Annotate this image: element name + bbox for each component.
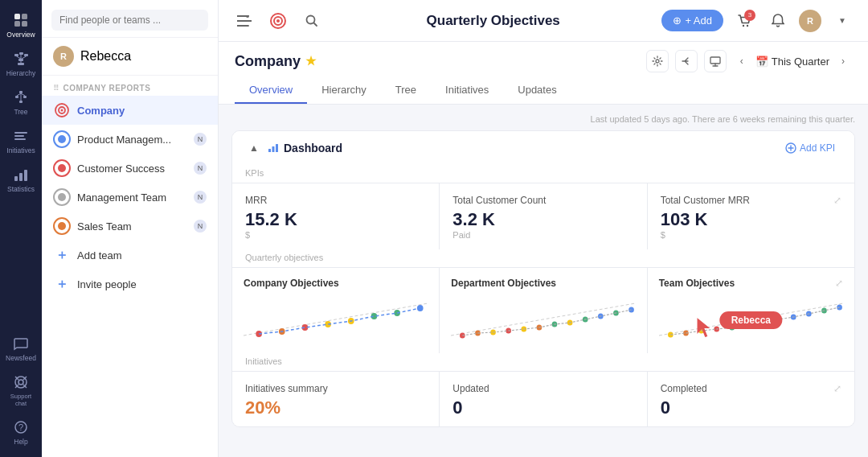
svg-rect-9 (18, 59, 23, 61)
sales-team-badge: N (194, 220, 207, 233)
sidebar-item-product-mgmt[interactable]: Product Managem... N (42, 125, 218, 154)
kpi-customer-count-value: 3.2 K (452, 211, 633, 228)
search-input[interactable] (51, 10, 208, 31)
next-quarter-btn[interactable]: › (834, 52, 852, 70)
share-icon-btn[interactable] (675, 50, 698, 72)
cart-badge: 3 (744, 10, 755, 21)
target-logo[interactable] (265, 8, 291, 34)
add-kpi-button[interactable]: Add KPI (779, 140, 841, 156)
prev-quarter-btn[interactable]: ‹ (733, 52, 751, 70)
invite-people-label: Invite people (77, 278, 137, 290)
tab-hierarchy[interactable]: Hierarchy (307, 77, 381, 104)
product-mgmt-icon (53, 130, 71, 148)
add-team-label: Add team (77, 249, 122, 261)
customer-success-badge: N (194, 162, 207, 175)
company-objectives-title: Company Objectives (244, 278, 428, 289)
collapse-button[interactable]: ▲ (245, 139, 263, 157)
completed-cell[interactable]: Completed ⤢ 0 (648, 372, 854, 426)
add-kpi-label: Add KPI (800, 142, 835, 154)
sidebar-item-support[interactable]: Support chat (2, 368, 39, 412)
sidebar-item-initiatives[interactable]: Initiatives (2, 122, 39, 159)
completed-title: Completed (661, 383, 707, 394)
sidebar-item-hierarchy[interactable]: Hierarchy (2, 45, 39, 82)
customer-success-icon (53, 159, 71, 177)
svg-rect-2 (14, 21, 20, 27)
completed-value: 0 (661, 399, 841, 417)
sales-team-icon (53, 217, 71, 235)
kpi-customer-mrr[interactable]: Total Customer MRR ⤢ 103 K $ (648, 183, 854, 249)
svg-rect-21 (14, 135, 24, 137)
settings-icon-btn[interactable] (646, 50, 669, 72)
tab-initiatives[interactable]: Initiatives (431, 77, 503, 104)
kpi-mrr[interactable]: MRR 15.2 K $ (232, 183, 439, 249)
sidebar-item-customer-success[interactable]: Customer Success N (42, 154, 218, 183)
svg-rect-24 (19, 173, 23, 181)
svg-rect-54 (276, 144, 278, 152)
sidebar-item-overview[interactable]: Overview (2, 6, 39, 43)
tab-overview[interactable]: Overview (235, 77, 307, 104)
kpi-grid: MRR 15.2 K $ Total Customer Count 3.2 K … (232, 183, 854, 249)
sidebar-product-mgmt-label: Product Managem... (77, 134, 171, 146)
sidebar-item-help[interactable]: ? Help (2, 414, 39, 451)
initiatives-summary-cell[interactable]: Initiatives summary 20% (232, 372, 439, 426)
user-avatar[interactable]: R (799, 10, 821, 32)
notification-icon-btn[interactable] (765, 8, 791, 34)
sidebar-item-newsfeed[interactable]: Newsfeed (2, 330, 39, 367)
tab-updates[interactable]: Updates (503, 77, 571, 104)
svg-rect-49 (710, 57, 720, 64)
initiatives-grid: Initiatives summary 20% Updated 0 Comple… (232, 371, 854, 426)
team-obj-expand-icon[interactable]: ⤢ (835, 278, 843, 289)
sidebar: R Rebecca ⠿ COMPANY REPORTS Company Prod… (42, 0, 219, 457)
sidebar-user[interactable]: R Rebecca (42, 38, 218, 76)
kpi-expand-icon[interactable]: ⤢ (833, 195, 841, 206)
kpi-mrr-sub: $ (245, 230, 426, 240)
dashboard-title: Dashboard (268, 142, 342, 154)
sidebar-item-sales-team[interactable]: Sales Team N (42, 212, 218, 241)
help-icon: ? (12, 418, 30, 436)
rebecca-tooltip: Rebecca (720, 311, 782, 329)
company-objectives-cell[interactable]: Company Objectives (232, 268, 439, 353)
kpi-customer-mrr-sub: $ (661, 230, 841, 240)
updated-cell[interactable]: Updated 0 (440, 372, 646, 426)
sidebar-company-label: Company (77, 105, 125, 117)
svg-rect-4 (14, 54, 18, 56)
present-icon-btn[interactable] (704, 50, 727, 72)
sidebar-item-statistics[interactable]: Statistics (2, 161, 39, 198)
svg-point-48 (656, 60, 659, 63)
svg-rect-53 (272, 146, 275, 152)
kpi-customer-count[interactable]: Total Customer Count 3.2 K Paid (440, 183, 646, 249)
calendar-icon: 📅 (755, 56, 768, 68)
add-kpi-icon (785, 142, 796, 154)
tab-tree[interactable]: Tree (381, 77, 431, 104)
invite-people-button[interactable]: ＋ Invite people (42, 270, 218, 298)
cart-icon-btn[interactable]: 3 (731, 8, 757, 34)
completed-expand-icon[interactable]: ⤢ (833, 383, 841, 394)
svg-line-18 (21, 93, 25, 96)
sidebar-item-tree[interactable]: Tree (2, 84, 39, 121)
product-mgmt-badge: N (194, 133, 207, 146)
overview-label: Overview (6, 31, 35, 39)
svg-rect-52 (268, 149, 271, 152)
add-team-icon: ＋ (53, 246, 71, 264)
filter-icon-btn[interactable] (231, 8, 257, 34)
add-team-button[interactable]: ＋ Add team (42, 241, 218, 270)
department-objectives-cell[interactable]: Department Objectives (440, 268, 646, 353)
kpi-customer-count-sub: Paid (452, 230, 633, 240)
favorite-star-icon[interactable]: ★ (305, 54, 316, 68)
sidebar-customer-success-label: Customer Success (77, 163, 165, 175)
quarterly-objectives-label: Quarterly objectives (232, 249, 854, 267)
company-icon (53, 101, 71, 119)
svg-rect-20 (14, 132, 27, 134)
svg-rect-5 (19, 52, 23, 55)
search-icon-btn[interactable] (299, 8, 325, 34)
management-team-icon (53, 188, 71, 206)
add-plus-icon: ⊕ (673, 14, 682, 27)
user-dropdown-chevron[interactable]: ▼ (829, 8, 855, 34)
sidebar-item-company[interactable]: Company (42, 96, 218, 125)
main-content: Quarterly Objectives ⊕ + Add 3 (219, 0, 868, 457)
team-objectives-cell[interactable]: Team Objectives ⤢ (648, 268, 854, 353)
tooltip-text: Rebecca (720, 311, 782, 329)
sidebar-item-management-team[interactable]: Management Team N (42, 183, 218, 212)
svg-line-45 (314, 23, 317, 26)
add-button[interactable]: ⊕ + Add (661, 10, 723, 31)
